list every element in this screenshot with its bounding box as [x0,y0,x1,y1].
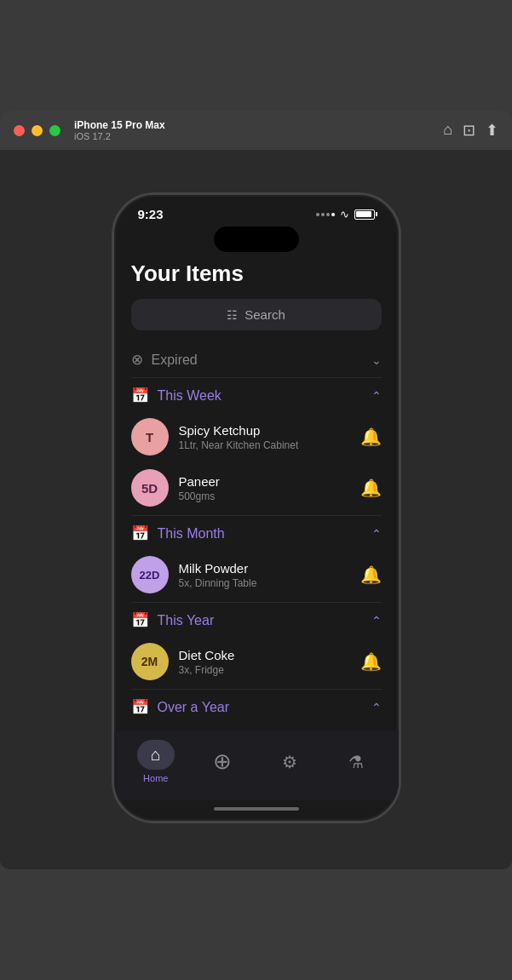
tab-home-icon-wrap: ⌂ [137,740,175,770]
bell-icon-diet-coke[interactable]: 🔔 [360,651,382,672]
section-expired-left: ⊗ Expired [131,351,198,369]
item-name-paneer: Paneer [179,474,350,489]
tab-home[interactable]: ⌂ Home [135,740,177,783]
expired-label: Expired [152,352,198,368]
section-over-a-year[interactable]: 📅 Over a Year ⌃ [131,691,382,723]
item-milk-powder[interactable]: 22D Milk Powder 5x, Dinning Table 🔔 [131,549,382,600]
item-spicy-ketchup[interactable]: T Spicy Ketchup 1Ltr, Near Kitchen Cabin… [131,411,382,462]
tab-scan[interactable]: ⚗ [335,752,377,772]
ios-version: iOS 17.2 [74,131,436,141]
expired-icon: ⊗ [131,351,143,369]
this-month-chevron: ⌃ [371,527,382,541]
status-time: 9:23 [138,207,164,221]
tab-bar: ⌂ Home ⊕ ⚙ ⚗ [114,731,399,800]
section-over-a-year-left: 📅 Over a Year [131,698,230,716]
section-this-year[interactable]: 📅 This Year ⌃ [131,605,382,636]
this-week-label: This Week [158,388,221,404]
dynamic-island [214,226,299,252]
over-a-year-label: Over a Year [158,700,230,715]
mac-titlebar: iPhone 15 Pro Max iOS 17.2 ⌂ ⊡ ⬆ [0,111,512,150]
over-a-year-icon: 📅 [131,698,149,716]
section-this-year-left: 📅 This Year [131,611,215,629]
battery-icon [354,209,375,220]
this-year-icon: 📅 [131,611,149,629]
item-name-spicy-ketchup: Spicy Ketchup [179,423,350,438]
mac-controls: ⌂ ⊡ ⬆ [443,121,498,140]
item-diet-coke[interactable]: 2M Diet Coke 3x, Fridge 🔔 [131,636,382,687]
tab-home-label: Home [143,773,168,783]
this-month-icon: 📅 [131,524,149,542]
tab-add[interactable]: ⊕ [201,748,244,775]
divider-3 [131,602,382,603]
wifi-icon: ∿ [340,208,349,221]
item-name-diet-coke: Diet Coke [179,648,350,662]
screenshot-icon[interactable]: ⊡ [463,121,475,140]
divider-2 [131,515,382,516]
item-detail-milk-powder: 5x, Dinning Table [179,577,350,589]
search-text: Search [244,307,285,322]
item-avatar-milk-powder: 22D [131,556,169,593]
page-title: Your Items [131,261,382,287]
status-icons: ∿ [316,208,375,221]
item-info-spicy-ketchup: Spicy Ketchup 1Ltr, Near Kitchen Cabinet [179,423,350,451]
section-this-month[interactable]: 📅 This Month ⌃ [131,518,382,549]
expired-chevron: ⌄ [371,353,382,367]
share-icon[interactable]: ⬆ [486,121,498,140]
item-avatar-diet-coke: 2M [131,643,169,680]
phone-content: Your Items ☷ Search ⊗ Expired ⌄ [114,252,399,723]
signal-dot-1 [316,213,319,216]
search-bar[interactable]: ☷ Search [131,299,382,330]
phone-frame: 9:23 ∿ [112,192,401,823]
search-icon: ☷ [227,308,238,322]
bell-icon-milk-powder[interactable]: 🔔 [360,565,382,585]
item-paneer[interactable]: 5D Paneer 500gms 🔔 [131,462,382,513]
signal-dots [316,213,335,216]
section-this-week[interactable]: 📅 This Week ⌃ [131,380,382,411]
status-bar: 9:23 ∿ [114,195,399,221]
mac-window: iPhone 15 Pro Max iOS 17.2 ⌂ ⊡ ⬆ 9:23 [0,111,512,869]
item-detail-spicy-ketchup: 1Ltr, Near Kitchen Cabinet [179,439,350,451]
close-dot[interactable] [14,125,25,136]
tab-settings[interactable]: ⚙ [268,752,311,772]
maximize-dot[interactable] [49,125,60,136]
home-indicator [214,807,299,811]
section-expired[interactable]: ⊗ Expired ⌄ [131,344,382,375]
item-avatar-paneer: 5D [131,469,169,507]
divider-4 [131,689,382,690]
item-info-milk-powder: Milk Powder 5x, Dinning Table [179,561,350,589]
bell-icon-spicy-ketchup[interactable]: 🔔 [360,427,382,447]
divider-1 [131,377,382,378]
add-tab-icon: ⊕ [213,748,232,775]
bell-icon-paneer[interactable]: 🔔 [360,478,382,498]
signal-dot-2 [321,213,325,216]
scan-tab-icon: ⚗ [348,752,364,772]
item-detail-paneer: 500gms [179,490,350,502]
battery-cap [376,212,377,216]
this-year-chevron: ⌃ [371,614,382,628]
item-detail-diet-coke: 3x, Fridge [179,664,350,676]
this-week-chevron: ⌃ [371,389,382,403]
this-month-label: This Month [158,526,225,542]
section-this-month-left: 📅 This Month [131,524,225,542]
device-name: iPhone 15 Pro Max [74,119,436,131]
item-info-diet-coke: Diet Coke 3x, Fridge [179,648,350,676]
signal-dot-4 [331,213,335,216]
this-week-icon: 📅 [131,387,149,404]
battery-fill [356,211,372,217]
this-year-label: This Year [158,613,215,628]
item-avatar-spicy-ketchup: T [131,418,169,456]
item-info-paneer: Paneer 500gms [179,474,350,502]
over-a-year-chevron: ⌃ [371,701,382,714]
settings-tab-icon: ⚙ [282,752,297,772]
item-name-milk-powder: Milk Powder [179,561,350,576]
minimize-dot[interactable] [32,125,43,136]
section-this-week-left: 📅 This Week [131,387,221,404]
signal-dot-3 [326,213,330,216]
home-tab-icon: ⌂ [151,745,161,764]
title-info: iPhone 15 Pro Max iOS 17.2 [74,119,436,141]
home-icon[interactable]: ⌂ [443,121,452,140]
